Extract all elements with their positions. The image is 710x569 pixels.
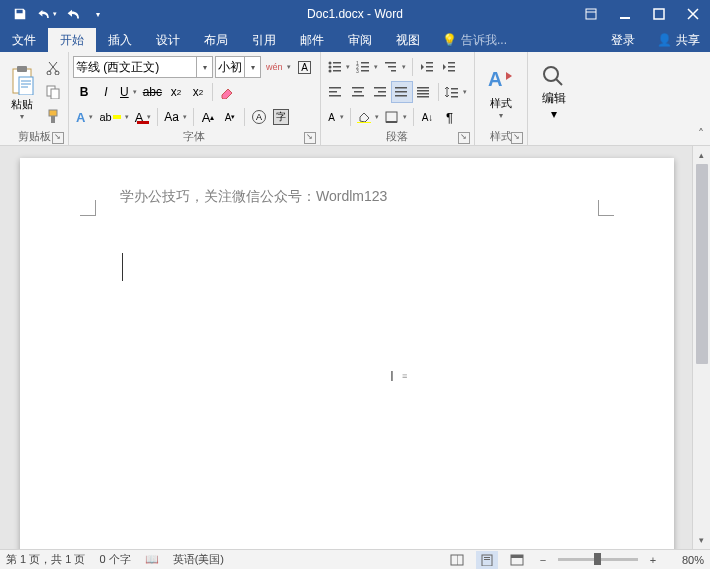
underline-button[interactable]: U: [117, 81, 140, 103]
align-center-button[interactable]: [347, 81, 369, 103]
tab-mailings[interactable]: 邮件: [288, 28, 336, 52]
zoom-out-button[interactable]: −: [536, 554, 550, 566]
undo-icon[interactable]: ▾: [34, 3, 58, 25]
borders-button[interactable]: [382, 106, 410, 128]
bold-button[interactable]: B: [73, 81, 95, 103]
paste-button[interactable]: 粘贴 ▾: [4, 55, 40, 129]
svg-rect-1: [620, 17, 630, 19]
zoom-level[interactable]: 80%: [668, 554, 704, 566]
tab-view[interactable]: 视图: [384, 28, 432, 52]
close-icon[interactable]: [676, 0, 710, 28]
tell-me-search[interactable]: 💡 告诉我...: [432, 28, 517, 52]
numbering-button[interactable]: 123: [353, 56, 381, 78]
scroll-down-icon[interactable]: ▾: [693, 531, 710, 549]
numbering-icon: 123: [356, 61, 370, 73]
svg-point-14: [328, 66, 331, 69]
editing-button[interactable]: 编辑 ▾: [532, 55, 576, 129]
font-dialog-launcher[interactable]: [304, 132, 316, 144]
read-mode-button[interactable]: [446, 551, 468, 569]
web-layout-button[interactable]: [506, 551, 528, 569]
tab-design[interactable]: 设计: [144, 28, 192, 52]
font-color-button[interactable]: A: [132, 106, 155, 128]
tab-references[interactable]: 引用: [240, 28, 288, 52]
svg-rect-39: [374, 87, 386, 89]
text-effects-button[interactable]: A: [73, 106, 96, 128]
svg-rect-35: [329, 95, 341, 97]
shrink-font-button[interactable]: A▾: [219, 106, 241, 128]
strikethrough-button[interactable]: abc: [140, 81, 165, 103]
scroll-up-icon[interactable]: ▴: [693, 146, 710, 164]
tab-insert[interactable]: 插入: [96, 28, 144, 52]
share-button[interactable]: 👤 共享: [647, 28, 710, 52]
character-shading-button[interactable]: 字: [270, 106, 292, 128]
styles-dialog-launcher[interactable]: [511, 132, 523, 144]
font-name-select[interactable]: 等线 (西文正文)▾: [73, 56, 213, 78]
align-left-button[interactable]: [325, 81, 347, 103]
highlight-button[interactable]: ab: [96, 106, 131, 128]
svg-rect-2: [654, 9, 664, 19]
paste-icon: [9, 65, 35, 95]
superscript-button[interactable]: x2: [187, 81, 209, 103]
align-justify-button[interactable]: [391, 81, 413, 103]
zoom-slider[interactable]: [558, 558, 638, 561]
maximize-icon[interactable]: [642, 0, 676, 28]
ribbon-options-icon[interactable]: [574, 0, 608, 28]
font-size-select[interactable]: 小初▾: [215, 56, 261, 78]
page-count[interactable]: 第 1 页，共 1 页: [6, 552, 85, 567]
paragraph-dialog-launcher[interactable]: [458, 132, 470, 144]
spellcheck-icon[interactable]: 📖: [145, 553, 159, 566]
svg-rect-38: [352, 95, 364, 97]
sort-button[interactable]: A↓: [417, 106, 439, 128]
show-marks-button[interactable]: ¶: [439, 106, 461, 128]
svg-rect-63: [511, 555, 523, 558]
document-page[interactable]: 学办公技巧，关注微信公众号：Wordlm123 I ≡: [20, 158, 674, 549]
copy-button[interactable]: [42, 81, 64, 103]
bullets-button[interactable]: [325, 56, 353, 78]
decrease-indent-button[interactable]: [416, 56, 438, 78]
vertical-scrollbar[interactable]: ▴ ▾: [692, 146, 710, 549]
eraser-icon: [219, 85, 235, 99]
svg-text:A: A: [488, 68, 502, 90]
clear-formatting-button[interactable]: [216, 81, 238, 103]
tab-file[interactable]: 文件: [0, 28, 48, 52]
phonetic-guide-button[interactable]: wén: [263, 56, 294, 78]
qat-customize-icon[interactable]: ▾: [86, 3, 110, 25]
clipboard-group-label: 剪贴板: [18, 130, 51, 142]
increase-indent-button[interactable]: [438, 56, 460, 78]
print-layout-button[interactable]: [476, 551, 498, 569]
enclose-characters-button[interactable]: A: [248, 106, 270, 128]
zoom-in-button[interactable]: +: [646, 554, 660, 566]
bullets-icon: [328, 61, 342, 73]
styles-button[interactable]: A 样式 ▾: [479, 55, 523, 129]
collapse-ribbon-button[interactable]: ˄: [692, 52, 710, 145]
multilevel-list-button[interactable]: [381, 56, 409, 78]
tab-review[interactable]: 审阅: [336, 28, 384, 52]
character-border-button[interactable]: A: [294, 56, 316, 78]
align-right-button[interactable]: [369, 81, 391, 103]
change-case-button[interactable]: Aa: [161, 106, 190, 128]
italic-button[interactable]: I: [95, 81, 117, 103]
clipboard-dialog-launcher[interactable]: [52, 132, 64, 144]
save-icon[interactable]: [8, 3, 32, 25]
text-direction-button[interactable]: A: [325, 106, 347, 128]
document-area: 学办公技巧，关注微信公众号：Wordlm123 I ≡ ▴ ▾: [0, 146, 710, 549]
redo-icon[interactable]: [60, 3, 84, 25]
shading-button[interactable]: [354, 106, 382, 128]
language-status[interactable]: 英语(美国): [173, 552, 224, 567]
grow-font-button[interactable]: A▴: [197, 106, 219, 128]
svg-rect-19: [361, 62, 369, 64]
zoom-slider-knob[interactable]: [594, 553, 601, 565]
scroll-thumb[interactable]: [696, 164, 708, 364]
tab-home[interactable]: 开始: [48, 28, 96, 52]
line-spacing-button[interactable]: [442, 81, 470, 103]
word-count[interactable]: 0 个字: [99, 552, 130, 567]
svg-rect-17: [333, 70, 341, 72]
cut-button[interactable]: [42, 57, 64, 79]
login-button[interactable]: 登录: [599, 28, 647, 52]
minimize-icon[interactable]: [608, 0, 642, 28]
text-cursor: [122, 253, 123, 281]
format-painter-button[interactable]: [42, 105, 64, 127]
align-distribute-button[interactable]: [413, 81, 435, 103]
subscript-button[interactable]: x2: [165, 81, 187, 103]
tab-layout[interactable]: 布局: [192, 28, 240, 52]
